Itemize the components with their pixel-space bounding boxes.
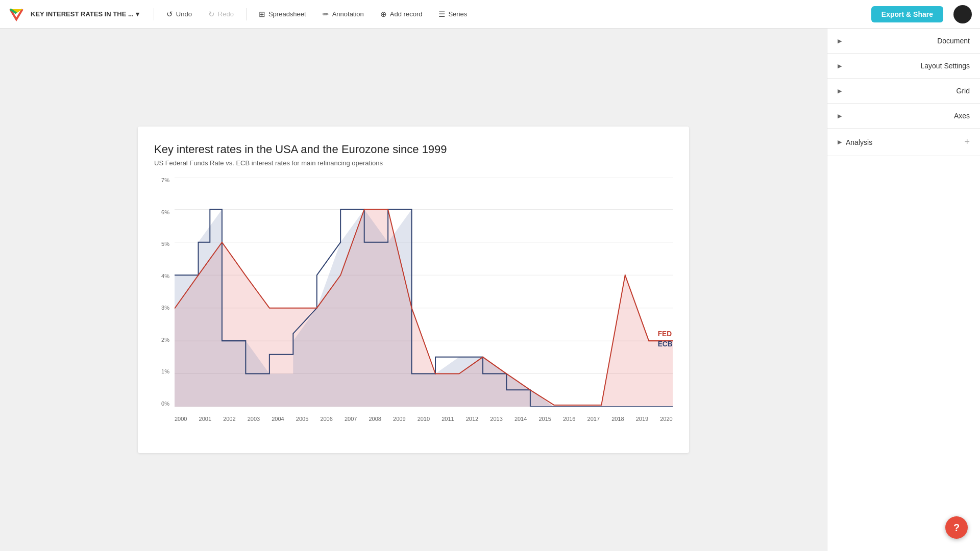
legend-ecb-text: ECB [658, 340, 673, 348]
x-label-2002: 2002 [223, 416, 235, 422]
annotation-icon: ✏ [323, 10, 329, 19]
main-content: Key interest rates in the USA and the Eu… [0, 29, 980, 551]
annotation-button[interactable]: ✏ Annotation [316, 7, 370, 22]
y-label-1: 1% [154, 368, 173, 374]
logo-icon [8, 6, 24, 22]
y-axis: 0% 1% 2% 3% 4% 5% 6% 7% [154, 177, 173, 407]
y-label-5: 5% [154, 241, 173, 247]
redo-icon: ↻ [208, 10, 215, 19]
add-record-label: Add record [390, 10, 423, 18]
document-chevron-icon: ▶ [838, 38, 842, 44]
x-label-2015: 2015 [538, 416, 551, 422]
x-label-2016: 2016 [563, 416, 575, 422]
series-label: Series [448, 10, 467, 18]
document-section-header[interactable]: ▶ Document [827, 29, 980, 53]
y-label-6: 6% [154, 209, 173, 215]
legend-fed-text: FED [658, 330, 672, 338]
y-label-3: 3% [154, 305, 173, 311]
x-label-2017: 2017 [587, 416, 600, 422]
x-label-2000: 2000 [175, 416, 187, 422]
y-label-2: 2% [154, 337, 173, 343]
app-title[interactable]: KEY INTEREST RATES IN THE ... ▾ [31, 10, 139, 18]
panel-section-grid: ▶ Grid [827, 79, 980, 104]
grid-section-label: Grid [957, 87, 970, 95]
spreadsheet-icon: ⊞ [259, 10, 265, 19]
x-label-2018: 2018 [611, 416, 624, 422]
series-icon: ☰ [438, 10, 445, 19]
layout-settings-chevron-icon: ▶ [838, 63, 842, 69]
x-label-2012: 2012 [466, 416, 478, 422]
x-label-2007: 2007 [345, 416, 357, 422]
undo-icon: ↺ [166, 10, 173, 19]
redo-button[interactable]: ↻ Redo [202, 7, 240, 22]
toolbar-separator-2 [246, 8, 247, 20]
chart-svg: FED ECB [175, 177, 673, 407]
x-label-2001: 2001 [199, 416, 211, 422]
x-label-2013: 2013 [490, 416, 502, 422]
x-label-2008: 2008 [369, 416, 381, 422]
panel-section-layout-settings: ▶ Layout Settings [827, 54, 980, 79]
analysis-section-label: Analysis [846, 138, 964, 146]
x-label-2005: 2005 [296, 416, 308, 422]
annotation-label: Annotation [332, 10, 364, 18]
chart-svg-container: FED ECB [175, 177, 673, 407]
axes-section-label: Axes [954, 112, 970, 120]
x-label-2014: 2014 [514, 416, 527, 422]
toolbar: KEY INTEREST RATES IN THE ... ▾ ↺ Undo ↻… [0, 0, 980, 29]
layout-settings-section-header[interactable]: ▶ Layout Settings [827, 54, 980, 78]
analysis-add-icon[interactable]: + [964, 137, 970, 147]
help-label: ? [953, 522, 960, 534]
x-label-2004: 2004 [272, 416, 284, 422]
panel-section-axes: ▶ Axes [827, 104, 980, 129]
y-label-4: 4% [154, 273, 173, 279]
x-label-2011: 2011 [442, 416, 454, 422]
document-section-label: Document [937, 37, 970, 45]
app-title-chevron-icon: ▾ [136, 10, 139, 18]
y-label-7: 7% [154, 177, 173, 183]
export-share-label: Export & Share [881, 10, 933, 18]
help-button[interactable]: ? [945, 516, 968, 539]
x-label-2019: 2019 [636, 416, 648, 422]
undo-label: Undo [176, 10, 192, 18]
x-axis: 2000 2001 2002 2003 2004 2005 2006 2007 … [175, 410, 673, 422]
x-label-2020: 2020 [660, 416, 672, 422]
toolbar-separator [154, 8, 154, 20]
y-label-0: 0% [154, 400, 173, 407]
add-record-button[interactable]: ⊕ Add record [374, 7, 429, 22]
chart-subtitle: US Federal Funds Rate vs. ECB interest r… [154, 159, 673, 167]
avatar[interactable] [953, 5, 972, 23]
add-record-icon: ⊕ [380, 10, 387, 19]
analysis-section-header[interactable]: ▶ Analysis + [827, 129, 980, 156]
layout-settings-section-label: Layout Settings [920, 62, 970, 70]
panel-section-analysis: ▶ Analysis + [827, 129, 980, 156]
spreadsheet-label: Spreadsheet [268, 10, 306, 18]
grid-chevron-icon: ▶ [838, 88, 842, 94]
chart-area: Key interest rates in the USA and the Eu… [0, 29, 827, 551]
x-label-2009: 2009 [393, 416, 405, 422]
right-panel: ▶ Document ▶ Layout Settings ▶ Grid ▶ Ax… [827, 29, 980, 551]
chart-title: Key interest rates in the USA and the Eu… [154, 143, 673, 156]
axes-chevron-icon: ▶ [838, 113, 842, 119]
chart-wrapper: 0% 1% 2% 3% 4% 5% 6% 7% [154, 177, 673, 422]
export-share-button[interactable]: Export & Share [871, 6, 943, 22]
series-button[interactable]: ☰ Series [432, 7, 473, 22]
axes-section-header[interactable]: ▶ Axes [827, 104, 980, 128]
app-title-text: KEY INTEREST RATES IN THE ... [31, 10, 134, 18]
spreadsheet-button[interactable]: ⊞ Spreadsheet [253, 7, 312, 22]
undo-button[interactable]: ↺ Undo [160, 7, 198, 22]
redo-label: Redo [218, 10, 234, 18]
chart-container: Key interest rates in the USA and the Eu… [138, 127, 689, 453]
x-label-2006: 2006 [320, 416, 332, 422]
x-label-2003: 2003 [248, 416, 260, 422]
analysis-chevron-icon: ▶ [838, 139, 842, 145]
panel-section-document: ▶ Document [827, 29, 980, 54]
x-label-2010: 2010 [418, 416, 430, 422]
grid-section-header[interactable]: ▶ Grid [827, 79, 980, 103]
